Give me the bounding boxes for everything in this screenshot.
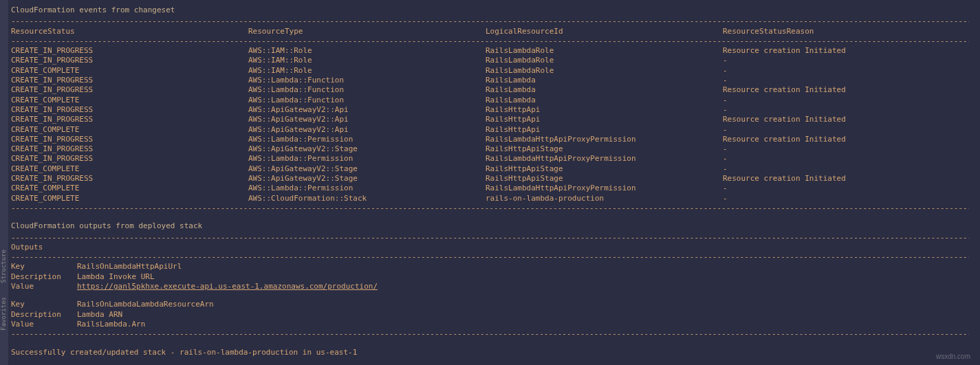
header-status-reason: ResourceStatusReason bbox=[723, 27, 969, 36]
table-row: CREATE_COMPLETEAWS::IAM::RoleRailsLambda… bbox=[11, 66, 969, 76]
cell-type: AWS::ApiGatewayV2::Stage bbox=[248, 144, 486, 154]
events-header-row: ResourceStatus ResourceType LogicalResou… bbox=[11, 27, 969, 36]
cell-logical-id: RailsHttpApi bbox=[486, 115, 723, 124]
divider: ----------------------------------------… bbox=[11, 252, 969, 262]
sidebar-structure-tab[interactable]: Structure bbox=[0, 250, 8, 283]
cell-logical-id: RailsLambdaHttpApiProxyPermission bbox=[486, 184, 723, 193]
cell-type: AWS::Lambda::Permission bbox=[248, 154, 486, 164]
table-row: CREATE_IN_PROGRESSAWS::ApiGatewayV2::Sta… bbox=[11, 144, 969, 154]
cell-reason: - bbox=[723, 194, 969, 203]
cell-reason: Resource creation Initiated bbox=[723, 115, 969, 124]
cell-status: CREATE_COMPLETE bbox=[11, 125, 248, 135]
divider: ----------------------------------------… bbox=[11, 36, 969, 46]
cell-type: AWS::ApiGatewayV2::Api bbox=[248, 115, 486, 124]
divider: ----------------------------------------… bbox=[11, 329, 969, 339]
cell-reason: - bbox=[723, 96, 969, 105]
output-description-row: DescriptionLambda ARN bbox=[11, 310, 969, 320]
output-value-value: RailsLambda.Arn bbox=[77, 320, 969, 329]
cell-status: CREATE_IN_PROGRESS bbox=[11, 174, 248, 184]
cell-reason: Resource creation Initiated bbox=[723, 174, 969, 184]
divider: ----------------------------------------… bbox=[11, 16, 969, 26]
table-row: CREATE_COMPLETEAWS::ApiGatewayV2::StageR… bbox=[11, 164, 969, 174]
cell-reason: - bbox=[723, 184, 969, 193]
cell-status: CREATE_IN_PROGRESS bbox=[11, 85, 248, 95]
cell-logical-id: RailsHttpApiStage bbox=[486, 174, 723, 184]
watermark: wsxdn.com bbox=[936, 352, 970, 361]
cell-reason: - bbox=[723, 144, 969, 154]
cell-type: AWS::IAM::Role bbox=[248, 66, 486, 76]
table-row: CREATE_IN_PROGRESSAWS::Lambda::Permissio… bbox=[11, 154, 969, 164]
output-key-value: RailsOnLambdaHttpApiUrl bbox=[77, 262, 969, 272]
cell-reason: - bbox=[723, 164, 969, 174]
cell-status: CREATE_IN_PROGRESS bbox=[11, 154, 248, 164]
output-key-row: KeyRailsOnLambdaHttpApiUrl bbox=[11, 262, 969, 272]
table-row: CREATE_IN_PROGRESSAWS::ApiGatewayV2::Sta… bbox=[11, 174, 969, 184]
cell-logical-id: rails-on-lambda-production bbox=[486, 194, 723, 203]
success-message: Successfully created/updated stack - rai… bbox=[11, 348, 969, 357]
cell-logical-id: RailsLambdaHttpApiProxyPermission bbox=[486, 135, 723, 144]
cell-reason: - bbox=[723, 105, 969, 115]
cell-type: AWS::Lambda::Permission bbox=[248, 135, 486, 144]
cell-logical-id: RailsLambdaRole bbox=[486, 56, 723, 65]
output-description-value: Lambda ARN bbox=[77, 310, 969, 320]
output-description-row: DescriptionLambda Invoke URL bbox=[11, 272, 969, 282]
cell-status: CREATE_IN_PROGRESS bbox=[11, 76, 248, 85]
table-row: CREATE_IN_PROGRESSAWS::ApiGatewayV2::Api… bbox=[11, 115, 969, 124]
cell-status: CREATE_IN_PROGRESS bbox=[11, 46, 248, 56]
cell-status: CREATE_IN_PROGRESS bbox=[11, 135, 248, 144]
cell-logical-id: RailsHttpApiStage bbox=[486, 144, 723, 154]
cell-status: CREATE_COMPLETE bbox=[11, 184, 248, 193]
output-key-label: Key bbox=[11, 300, 77, 309]
outputs-section-title: CloudFormation outputs from deployed sta… bbox=[11, 221, 969, 231]
cell-status: CREATE_IN_PROGRESS bbox=[11, 56, 248, 65]
output-value-row: Valuehttps://ganl5pkhxe.execute-api.us-e… bbox=[11, 282, 969, 291]
output-key-label: Key bbox=[11, 262, 77, 272]
cell-reason: - bbox=[723, 56, 969, 65]
output-url-link[interactable]: https://ganl5pkhxe.execute-api.us-east-1… bbox=[77, 282, 378, 291]
table-row: CREATE_IN_PROGRESSAWS::Lambda::FunctionR… bbox=[11, 85, 969, 95]
cell-reason: Resource creation Initiated bbox=[723, 135, 969, 144]
divider: ----------------------------------------… bbox=[11, 233, 969, 243]
cell-type: AWS::IAM::Role bbox=[248, 56, 486, 65]
cell-logical-id: RailsHttpApiStage bbox=[486, 164, 723, 174]
cell-reason: - bbox=[723, 66, 969, 76]
table-row: CREATE_IN_PROGRESSAWS::Lambda::Permissio… bbox=[11, 135, 969, 144]
cell-reason: Resource creation Initiated bbox=[723, 85, 969, 95]
outputs-body: KeyRailsOnLambdaHttpApiUrlDescriptionLam… bbox=[11, 262, 969, 329]
events-body: CREATE_IN_PROGRESSAWS::IAM::RoleRailsLam… bbox=[11, 46, 969, 203]
cell-reason: - bbox=[723, 154, 969, 164]
header-resource-status: ResourceStatus bbox=[11, 27, 248, 36]
cell-logical-id: RailsLambdaRole bbox=[486, 46, 723, 56]
cell-type: AWS::Lambda::Function bbox=[248, 85, 486, 95]
sidebar-favorites-tab[interactable]: Favorites bbox=[0, 297, 8, 331]
cell-type: AWS::ApiGatewayV2::Api bbox=[248, 105, 486, 115]
output-value-value[interactable]: https://ganl5pkhxe.execute-api.us-east-1… bbox=[77, 282, 969, 291]
cell-status: CREATE_COMPLETE bbox=[11, 96, 248, 105]
cell-reason: - bbox=[723, 76, 969, 85]
output-description-label: Description bbox=[11, 272, 77, 282]
output-value-label: Value bbox=[11, 282, 77, 291]
table-row: CREATE_IN_PROGRESSAWS::Lambda::FunctionR… bbox=[11, 76, 969, 85]
ide-sidebar: Structure Favorites bbox=[0, 0, 8, 363]
cell-type: AWS::ApiGatewayV2::Stage bbox=[248, 174, 486, 184]
table-row: CREATE_COMPLETEAWS::Lambda::FunctionRail… bbox=[11, 96, 969, 105]
output-value-label: Value bbox=[11, 320, 77, 329]
table-row: CREATE_COMPLETEAWS::CloudFormation::Stac… bbox=[11, 194, 969, 203]
output-value-row: ValueRailsLambda.Arn bbox=[11, 320, 969, 329]
output-key-value: RailsOnLambdaLambdaResourceArn bbox=[77, 300, 969, 309]
cell-logical-id: RailsLambda bbox=[486, 76, 723, 85]
cell-logical-id: RailsHttpApi bbox=[486, 125, 723, 135]
cell-logical-id: RailsLambdaRole bbox=[486, 66, 723, 76]
table-row: CREATE_IN_PROGRESSAWS::IAM::RoleRailsLam… bbox=[11, 56, 969, 65]
cell-logical-id: RailsHttpApi bbox=[486, 105, 723, 115]
table-row: CREATE_COMPLETEAWS::ApiGatewayV2::ApiRai… bbox=[11, 125, 969, 135]
outputs-header: Outputs bbox=[11, 243, 969, 252]
cell-logical-id: RailsLambdaHttpApiProxyPermission bbox=[486, 154, 723, 164]
header-resource-type: ResourceType bbox=[248, 27, 486, 36]
cell-reason: - bbox=[723, 125, 969, 135]
cell-logical-id: RailsLambda bbox=[486, 85, 723, 95]
cell-type: AWS::ApiGatewayV2::Stage bbox=[248, 164, 486, 174]
output-description-label: Description bbox=[11, 310, 77, 320]
output-key-row: KeyRailsOnLambdaLambdaResourceArn bbox=[11, 300, 969, 309]
table-row: CREATE_COMPLETEAWS::Lambda::PermissionRa… bbox=[11, 184, 969, 193]
